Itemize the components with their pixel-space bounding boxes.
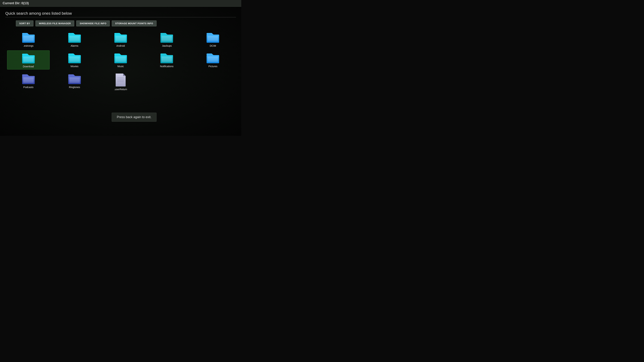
item-label: Pictures (208, 65, 218, 68)
svg-rect-66 (208, 56, 218, 62)
file-item[interactable]: Android (99, 30, 142, 49)
toast-message: Press back again to exit. (112, 113, 156, 122)
item-label: Android (116, 44, 125, 47)
file-icon (114, 73, 127, 87)
svg-rect-59 (162, 56, 172, 62)
svg-rect-10 (69, 36, 80, 42)
storage-mount-points-info-button[interactable]: STORAGE MOUNT POINTS INFO (112, 21, 156, 26)
file-grid: .estrongs Alarms (5, 30, 236, 92)
folder-icon (68, 73, 82, 85)
header-bar: Current Dir: 0(13) (0, 0, 241, 7)
file-item[interactable]: Download (7, 50, 50, 70)
file-item[interactable]: .backups (146, 30, 188, 49)
folder-icon (68, 31, 82, 43)
current-dir-label: Current Dir: 0(13) (3, 2, 29, 5)
item-label: Alarms (71, 44, 78, 47)
file-item[interactable]: Movies (53, 50, 96, 70)
svg-rect-52 (116, 56, 126, 62)
sort-by-button[interactable]: SORT BY (16, 21, 34, 26)
file-item[interactable]: Notifications (146, 50, 188, 70)
folder-icon (114, 31, 128, 43)
file-item[interactable]: Pictures (192, 50, 234, 70)
item-label: Ringtones (69, 86, 80, 89)
folder-icon (21, 31, 36, 43)
folder-icon (160, 52, 174, 64)
folder-icon (206, 52, 220, 64)
file-item[interactable]: Ringtones (53, 71, 96, 92)
folder-icon (21, 73, 36, 85)
item-label: Notifications (160, 65, 174, 68)
svg-rect-31 (208, 36, 218, 42)
folder-icon (160, 31, 174, 43)
file-item[interactable]: Alarms (53, 30, 96, 49)
file-item[interactable]: .estrongs (7, 30, 50, 49)
item-label: Music (118, 65, 124, 68)
item-label: .backups (162, 44, 172, 47)
svg-rect-80 (69, 77, 80, 83)
svg-rect-38 (23, 57, 34, 62)
svg-rect-3 (23, 36, 34, 42)
folder-icon (114, 52, 128, 64)
folder-icon (68, 52, 82, 64)
toolbar: SORT BY WIRELESS FILE MANAGER SHOW/HIDE … (16, 21, 236, 26)
file-item[interactable]: Music (99, 50, 142, 70)
file-item[interactable]: DCIM (192, 30, 234, 49)
main-screen: Current Dir: 0(13) Quick search among on… (0, 0, 241, 136)
file-item[interactable]: .userReturn (99, 71, 142, 92)
item-label: DCIM (210, 44, 216, 47)
item-label: Movies (71, 65, 78, 68)
wireless-file-manager-button[interactable]: WIRELESS FILE MANAGER (36, 21, 74, 26)
svg-rect-17 (116, 36, 126, 42)
item-label: Podcasts (23, 86, 34, 89)
search-title: Quick search among ones listed below (5, 10, 236, 16)
file-item[interactable]: Podcasts (7, 71, 50, 92)
folder-icon (21, 52, 36, 64)
svg-rect-85 (116, 74, 126, 86)
folder-icon (206, 31, 220, 43)
svg-rect-45 (69, 56, 80, 62)
svg-rect-24 (162, 36, 172, 42)
item-label: Download (23, 65, 34, 68)
item-label: .estrongs (23, 44, 34, 47)
svg-rect-73 (23, 77, 34, 83)
item-label: .userReturn (114, 88, 127, 91)
show-hide-file-info-button[interactable]: SHOW/HIDE FILE INFO (76, 21, 110, 26)
